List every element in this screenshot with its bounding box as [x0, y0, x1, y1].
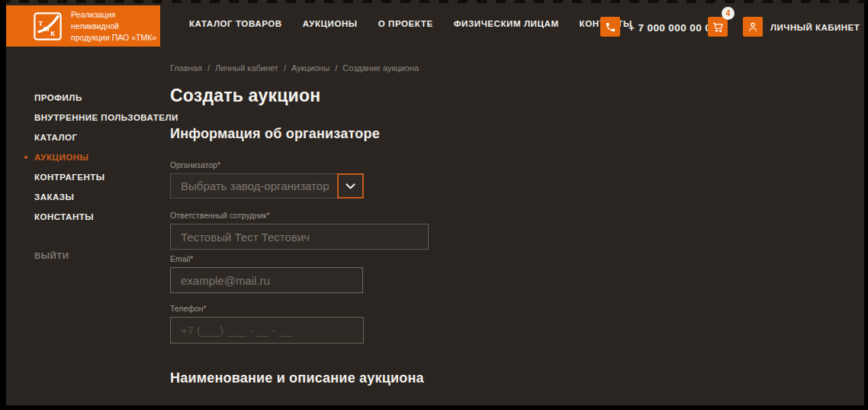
sidebar-item-orders[interactable]: ЗАКАЗЫ [34, 193, 178, 202]
organizer-select[interactable]: Выбрать завод-организатор [170, 173, 338, 199]
breadcrumb-account[interactable]: Личный кабинет [215, 63, 278, 73]
email-input[interactable] [170, 267, 363, 293]
svg-text:М: М [43, 24, 50, 32]
sidebar-item-constants[interactable]: КОНСТАНТЫ [34, 213, 178, 221]
top-edge-artifact [0, 0, 868, 3]
chevron-down-icon [346, 183, 355, 189]
sidebar-item-auctions[interactable]: АУКЦИОНЫ [34, 153, 178, 162]
page-root: Т М К Реализация неликвидной продукции П… [6, 0, 864, 405]
person-icon [747, 21, 759, 33]
breadcrumb-auctions[interactable]: Аукционы [291, 63, 330, 73]
sidebar-item-internal-users[interactable]: ВНУТРЕННИЕ ПОЛЬЗОВАТЕЛИ [34, 114, 178, 122]
cart-button[interactable]: 4 [708, 17, 728, 37]
logo-block[interactable]: Т М К Реализация неликвидной продукции П… [6, 5, 160, 47]
shopping-cart-icon [712, 21, 725, 34]
sidebar: ПРОФИЛЬ ВНУТРЕННИЕ ПОЛЬЗОВАТЕЛИ КАТАЛОГ … [34, 94, 178, 260]
active-item-dot [24, 156, 27, 159]
breadcrumb-separator: / [335, 63, 337, 73]
account-label[interactable]: ЛИЧНЫЙ КАБИНЕТ [770, 23, 860, 32]
breadcrumb-current: Создание аукциона [342, 63, 419, 73]
breadcrumb-home[interactable]: Главная [170, 63, 202, 73]
email-label: Email* [170, 254, 658, 263]
sidebar-item-counterparties[interactable]: КОНТРАГЕНТЫ [34, 173, 178, 182]
logo-tagline: Реализация неликвидной продукции ПАО «ТМ… [71, 9, 160, 44]
email-field-group: Email* [170, 254, 658, 293]
breadcrumb: Главная / Личный кабинет / Аукционы / Со… [170, 64, 658, 73]
sidebar-item-profile[interactable]: ПРОФИЛЬ [34, 94, 178, 102]
employee-input[interactable] [170, 224, 429, 250]
page-title: Создать аукцион [170, 86, 658, 105]
cart-count-badge: 4 [722, 7, 735, 20]
phone-input[interactable] [170, 317, 364, 344]
breadcrumb-separator: / [284, 63, 286, 73]
account-button[interactable] [743, 17, 763, 37]
sidebar-logout[interactable]: ВЫЙТИ [34, 252, 178, 260]
organizer-field-group: Организатор* Выбрать завод-организатор [170, 160, 658, 199]
main-content: Главная / Личный кабинет / Аукционы / Со… [170, 0, 658, 386]
sidebar-item-catalog[interactable]: КАТАЛОГ [34, 134, 178, 142]
organizer-select-toggle[interactable] [337, 173, 364, 199]
phone-label: Телефон* [170, 304, 658, 313]
organizer-label: Организатор* [170, 160, 658, 169]
svg-text:Т: Т [38, 19, 43, 27]
breadcrumb-separator: / [207, 63, 210, 73]
phone-field-group: Телефон* [170, 304, 658, 344]
svg-text:К: К [50, 30, 55, 37]
employee-label: Ответственный сотрудник* [170, 211, 658, 220]
employee-field-group: Ответственный сотрудник* [170, 211, 658, 250]
tmk-logo-icon: Т М К [34, 12, 62, 40]
organizer-section-heading: Информация об организаторе [170, 126, 658, 141]
name-section-heading: Наименование и описание аукциона [170, 370, 658, 386]
